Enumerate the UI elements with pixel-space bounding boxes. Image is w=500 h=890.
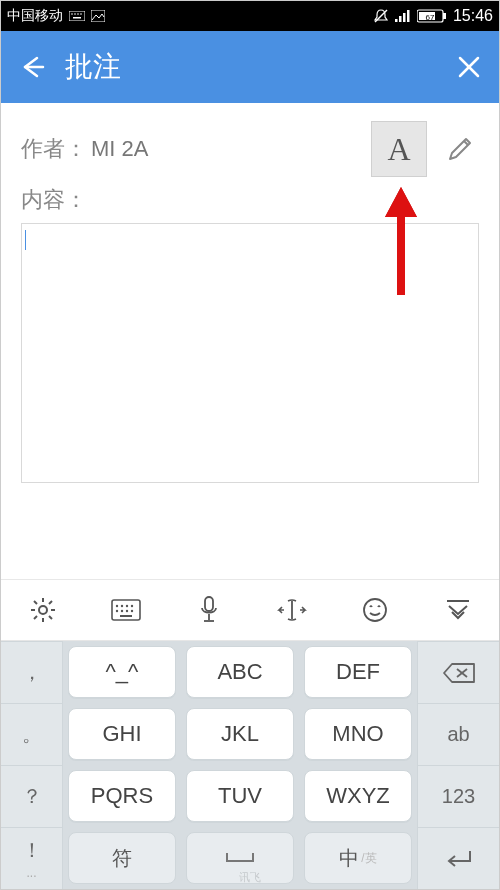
svg-rect-9	[399, 16, 402, 22]
svg-point-4	[80, 13, 82, 15]
svg-line-28	[34, 601, 37, 604]
key-tuv[interactable]: TUV	[186, 770, 294, 822]
key-def[interactable]: DEF	[304, 646, 412, 698]
key-wxyz[interactable]: WXYZ	[304, 770, 412, 822]
carrier-label: 中国移动	[7, 7, 63, 25]
keyboard-indicator-icon	[69, 11, 85, 21]
language-toggle-key[interactable]: 中/英	[304, 832, 412, 884]
settings-button[interactable]	[23, 590, 63, 630]
text-tool-button[interactable]: A	[371, 121, 427, 177]
svg-point-38	[120, 610, 122, 612]
svg-rect-10	[403, 13, 406, 22]
ime-keyboard: ， ^_^ ABC DEF 。 GHI JKL MNO ab ？ PQRS TU…	[1, 579, 499, 889]
svg-rect-8	[395, 19, 398, 22]
chevron-down-icon	[445, 598, 471, 622]
voice-input-button[interactable]	[189, 590, 229, 630]
close-button[interactable]	[449, 55, 481, 79]
svg-line-29	[49, 616, 52, 619]
svg-point-36	[130, 605, 132, 607]
svg-line-30	[34, 616, 37, 619]
draw-tool-button[interactable]	[441, 130, 479, 168]
svg-point-35	[125, 605, 127, 607]
key-ghi[interactable]: GHI	[68, 708, 176, 760]
key-emoticon[interactable]: ^_^	[68, 646, 176, 698]
case-toggle-key[interactable]: ab	[417, 703, 499, 765]
key-jkl[interactable]: JKL	[186, 708, 294, 760]
numeric-toggle-key[interactable]: 123	[417, 765, 499, 827]
key-pqrs[interactable]: PQRS	[68, 770, 176, 822]
pencil-icon	[444, 133, 476, 165]
keyboard-icon	[111, 599, 141, 621]
svg-rect-13	[443, 13, 446, 19]
author-label: 作者：	[21, 134, 87, 164]
emoji-icon	[362, 597, 388, 623]
svg-rect-11	[407, 10, 410, 22]
text-caret	[25, 230, 26, 250]
svg-point-34	[120, 605, 122, 607]
punct-key-exclaim[interactable]: ！ ...	[1, 827, 63, 889]
symbol-key[interactable]: 符	[68, 832, 176, 884]
punct-key-question[interactable]: ？	[1, 765, 63, 827]
svg-text:67: 67	[426, 13, 435, 22]
keyboard-layout-button[interactable]	[106, 590, 146, 630]
enter-icon	[444, 848, 474, 870]
key-abc[interactable]: ABC	[186, 646, 294, 698]
microphone-icon	[199, 596, 219, 624]
punct-key-period[interactable]: 。	[1, 703, 63, 765]
keyboard-grid: ， ^_^ ABC DEF 。 GHI JKL MNO ab ？ PQRS TU…	[1, 641, 499, 889]
signal-icon	[395, 10, 411, 22]
svg-point-33	[115, 605, 117, 607]
annotation-textarea[interactable]	[21, 223, 479, 483]
space-icon	[225, 849, 255, 867]
svg-point-1	[71, 13, 73, 15]
collapse-keyboard-button[interactable]	[438, 590, 478, 630]
svg-rect-41	[120, 615, 132, 617]
svg-point-39	[125, 610, 127, 612]
clock: 15:46	[453, 7, 493, 25]
svg-line-31	[49, 601, 52, 604]
back-button[interactable]	[19, 54, 51, 80]
svg-point-2	[74, 13, 76, 15]
content-area: 作者： MI 2A A 内容：	[1, 103, 499, 493]
cursor-icon	[277, 598, 307, 622]
backspace-icon	[442, 661, 476, 685]
ime-brand-label: 讯飞	[239, 870, 261, 885]
page-title: 批注	[51, 48, 449, 86]
keyboard-toolbar	[1, 580, 499, 641]
gear-icon	[29, 596, 57, 624]
svg-point-3	[77, 13, 79, 15]
svg-point-40	[130, 610, 132, 612]
silent-mode-icon	[373, 8, 389, 24]
svg-point-46	[364, 599, 386, 621]
author-value: MI 2A	[91, 136, 148, 162]
svg-point-37	[115, 610, 117, 612]
svg-rect-5	[73, 17, 81, 19]
svg-rect-42	[205, 597, 213, 611]
cursor-tool-button[interactable]	[272, 590, 312, 630]
punct-key-comma[interactable]: ，	[1, 641, 63, 703]
content-label: 内容：	[21, 185, 87, 215]
picture-indicator-icon	[91, 10, 105, 22]
svg-point-23	[39, 606, 47, 614]
emoji-button[interactable]	[355, 590, 395, 630]
status-bar: 中国移动 67 15:46	[1, 1, 499, 31]
battery-icon: 67	[417, 9, 447, 23]
key-mno[interactable]: MNO	[304, 708, 412, 760]
app-header: 批注	[1, 31, 499, 103]
svg-rect-0	[69, 11, 85, 21]
enter-key[interactable]	[417, 827, 499, 889]
backspace-key[interactable]	[417, 641, 499, 703]
